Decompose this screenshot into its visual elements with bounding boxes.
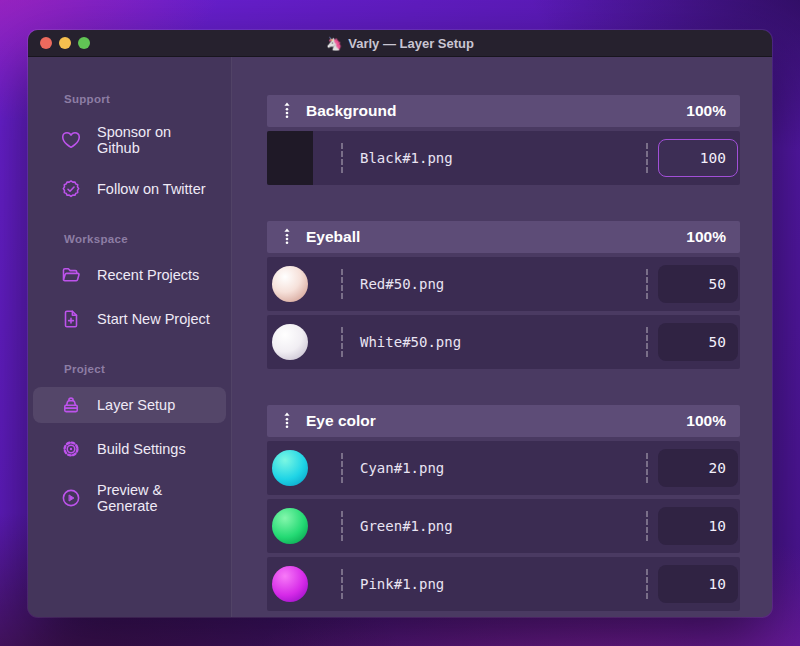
- layer-row: Green#1.png: [267, 499, 740, 553]
- divider-dashed: [341, 327, 343, 357]
- layer-group-header[interactable]: Eyeball 100%: [267, 221, 740, 253]
- layer-weight-input[interactable]: [658, 323, 738, 361]
- layer-row: Black#1.png: [267, 131, 740, 185]
- close-button[interactable]: [40, 37, 52, 49]
- sidebar-item-label: Start New Project: [97, 311, 210, 327]
- layer-group-weight: 100%: [686, 228, 726, 246]
- layer-row: White#50.png: [267, 315, 740, 369]
- layer-weight-input[interactable]: [658, 565, 738, 603]
- layer-weight-input[interactable]: [658, 265, 738, 303]
- layer-row: Cyan#1.png: [267, 441, 740, 495]
- divider-dashed: [646, 453, 648, 483]
- window-title-text: Varly — Layer Setup: [348, 36, 474, 51]
- heart-icon: [60, 129, 82, 151]
- folder-open-icon: [60, 264, 82, 286]
- check-badge-icon: [60, 178, 82, 200]
- layer-filename: Green#1.png: [360, 518, 453, 534]
- layer-thumbnail: [267, 557, 313, 611]
- section-label-workspace: Workspace: [28, 233, 231, 245]
- sidebar-item-layer-setup[interactable]: Layer Setup: [33, 387, 226, 423]
- drag-handle-icon[interactable]: [281, 227, 293, 247]
- desktop-wallpaper: 🦄 Varly — Layer Setup Support Sponsor on…: [0, 0, 800, 646]
- sidebar-item-label: Layer Setup: [97, 397, 175, 413]
- divider-dashed: [646, 143, 648, 173]
- layer-thumbnail: [267, 257, 313, 311]
- layer-group-title: Eye color: [306, 412, 376, 430]
- divider-dashed: [341, 143, 343, 173]
- layer-group-title: Background: [306, 102, 396, 120]
- sidebar-item-start-new-project[interactable]: Start New Project: [33, 301, 226, 337]
- app-window: 🦄 Varly — Layer Setup Support Sponsor on…: [28, 30, 772, 617]
- layer-group-header[interactable]: Eye color 100%: [267, 405, 740, 437]
- minimize-button[interactable]: [59, 37, 71, 49]
- layer-thumbnail: [267, 441, 313, 495]
- sidebar-item-label: Sponsor on Github: [97, 124, 216, 156]
- play-circle-icon: [60, 487, 82, 509]
- layer-thumbnail: [267, 499, 313, 553]
- layer-thumbnail: [267, 131, 313, 185]
- layer-row: Red#50.png: [267, 257, 740, 311]
- zoom-button[interactable]: [78, 37, 90, 49]
- divider-dashed: [341, 453, 343, 483]
- document-plus-icon: [60, 308, 82, 330]
- layer-setup-panel: Background 100% Black#1.png: [232, 57, 772, 617]
- sidebar-item-follow-on-twitter[interactable]: Follow on Twitter: [33, 171, 226, 207]
- layer-filename: Cyan#1.png: [360, 460, 444, 476]
- sidebar-item-recent-projects[interactable]: Recent Projects: [33, 257, 226, 293]
- divider-dashed: [646, 569, 648, 599]
- layer-group-weight: 100%: [686, 412, 726, 430]
- divider-dashed: [646, 269, 648, 299]
- layer-group-header[interactable]: Background 100%: [267, 95, 740, 127]
- sidebar-item-preview-generate[interactable]: Preview & Generate: [33, 475, 226, 521]
- divider-dashed: [646, 327, 648, 357]
- gear-icon: [60, 438, 82, 460]
- drag-handle-icon[interactable]: [281, 101, 293, 121]
- layer-group-weight: 100%: [686, 102, 726, 120]
- divider-dashed: [646, 511, 648, 541]
- sidebar-item-label: Preview & Generate: [97, 482, 216, 514]
- layer-weight-input[interactable]: [658, 139, 738, 177]
- layer-group-eyeball: Eyeball 100% Red#50.png White: [267, 221, 740, 369]
- layer-filename: Pink#1.png: [360, 576, 444, 592]
- sidebar-item-build-settings[interactable]: Build Settings: [33, 431, 226, 467]
- window-title: 🦄 Varly — Layer Setup: [326, 36, 474, 51]
- divider-dashed: [341, 511, 343, 541]
- layer-filename: White#50.png: [360, 334, 461, 350]
- layer-weight-input[interactable]: [658, 449, 738, 487]
- divider-dashed: [341, 269, 343, 299]
- layer-weight-input[interactable]: [658, 507, 738, 545]
- title-bar[interactable]: 🦄 Varly — Layer Setup: [28, 30, 772, 57]
- layer-thumbnail: [267, 315, 313, 369]
- layer-filename: Red#50.png: [360, 276, 444, 292]
- sidebar: Support Sponsor on Github Follow on Tw: [28, 57, 232, 617]
- sidebar-item-label: Follow on Twitter: [97, 181, 206, 197]
- traffic-lights: [40, 30, 90, 56]
- layer-group-background: Background 100% Black#1.png: [267, 95, 740, 185]
- layer-group-title: Eyeball: [306, 228, 360, 246]
- layer-row: Pink#1.png: [267, 557, 740, 611]
- sidebar-item-label: Recent Projects: [97, 267, 199, 283]
- layer-filename: Black#1.png: [360, 150, 453, 166]
- drag-handle-icon[interactable]: [281, 411, 293, 431]
- unicorn-app-icon: 🦄: [326, 37, 342, 50]
- archive-box-icon: [60, 394, 82, 416]
- sidebar-item-sponsor-on-github[interactable]: Sponsor on Github: [33, 117, 226, 163]
- sidebar-item-label: Build Settings: [97, 441, 186, 457]
- layer-group-eye-color: Eye color 100% Cyan#1.png Gre: [267, 405, 740, 611]
- divider-dashed: [341, 569, 343, 599]
- section-label-project: Project: [28, 363, 231, 375]
- section-label-support: Support: [28, 93, 231, 105]
